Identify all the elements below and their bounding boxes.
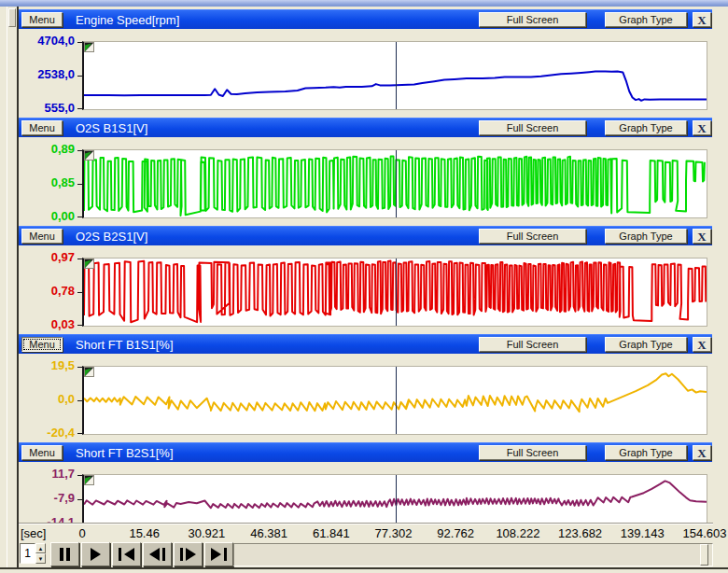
- axis-tick: [77, 292, 82, 293]
- axis-tick: [77, 42, 82, 43]
- play-button[interactable]: [81, 542, 110, 566]
- close-icon[interactable]: X: [693, 445, 711, 460]
- time-tick-label: 92.762: [437, 526, 474, 540]
- axis-tick: [77, 217, 82, 217]
- close-icon[interactable]: X: [693, 229, 711, 244]
- splitter-grip[interactable]: [8, 8, 16, 27]
- spinner-down-icon[interactable]: ▼: [35, 553, 46, 564]
- plot-area[interactable]: [82, 258, 707, 327]
- close-icon[interactable]: X: [693, 337, 711, 352]
- y-axis-mid-label: 0,78: [0, 285, 75, 298]
- axis-tick: [77, 108, 82, 109]
- graph-type-button[interactable]: Graph Type: [605, 12, 687, 27]
- plot-marker-icon[interactable]: [84, 367, 94, 377]
- panel-body: 19,5 0,0 -20,4: [19, 354, 712, 440]
- panel-titlebar: Menu O2S B1S1[V] Full Screen Graph Type …: [19, 118, 712, 137]
- panel-title: Short FT B1S1[%]: [76, 338, 479, 352]
- graph-type-button[interactable]: Graph Type: [605, 120, 687, 135]
- time-tick-label: 77.302: [375, 526, 413, 540]
- menu-button[interactable]: Menu: [21, 229, 63, 244]
- skip-end-button[interactable]: [204, 542, 233, 566]
- panel-title: O2S B1S1[V]: [76, 121, 479, 135]
- y-axis-min-label: 0,00: [0, 210, 75, 223]
- skip-start-icon: [124, 548, 134, 561]
- cursor-line: [396, 367, 397, 434]
- menu-button[interactable]: Menu: [21, 12, 63, 27]
- axis-tick: [77, 76, 82, 77]
- axis-tick: [77, 499, 82, 500]
- close-icon[interactable]: X: [693, 120, 711, 135]
- axis-tick: [77, 150, 82, 151]
- transport-bar: 1 ▲ ▼: [19, 541, 713, 567]
- y-axis-mid-label: -7,9: [0, 492, 75, 505]
- step-back-button[interactable]: [143, 542, 172, 566]
- panel-titlebar: Menu Short FT B1S1[%] Full Screen Graph …: [19, 334, 712, 354]
- close-icon[interactable]: X: [693, 12, 711, 27]
- axis-tick: [77, 325, 82, 326]
- menu-button[interactable]: Menu: [21, 120, 63, 135]
- graph-type-button[interactable]: Graph Type: [605, 229, 687, 244]
- plot-area[interactable]: [82, 149, 707, 218]
- spinner-value[interactable]: 1: [20, 543, 35, 564]
- time-tick-label: 154.603: [683, 526, 727, 540]
- plot-marker-icon[interactable]: [84, 259, 94, 269]
- plot-marker-icon[interactable]: [84, 475, 94, 485]
- step-forward-button[interactable]: [174, 542, 203, 566]
- time-axis: [sec] 015.4630.92146.38161.84177.30292.7…: [19, 523, 713, 541]
- graph-type-button[interactable]: Graph Type: [605, 445, 687, 460]
- spinner-up-icon[interactable]: ▲: [35, 543, 46, 553]
- graph-panel: Menu Engine Speed[rpm] Full Screen Graph…: [19, 9, 712, 115]
- full-screen-button[interactable]: Full Screen: [479, 337, 586, 352]
- time-tick-label: 30.921: [189, 526, 226, 540]
- cursor-line: [396, 475, 397, 524]
- graph-panel: Menu O2S B1S1[V] Full Screen Graph Type …: [19, 118, 712, 223]
- y-axis-mid-label: 0,0: [0, 393, 75, 406]
- panel-title: Short FT B2S1[%]: [76, 446, 479, 460]
- step-back-icon: [149, 548, 160, 561]
- plot-area[interactable]: [82, 366, 707, 435]
- skip-start-button[interactable]: [112, 542, 141, 566]
- play-icon: [91, 548, 101, 561]
- plot-area[interactable]: [82, 41, 707, 110]
- time-tick-label: 61.841: [313, 526, 350, 540]
- y-axis-min-label: 0,03: [0, 318, 75, 331]
- full-screen-button[interactable]: Full Screen: [479, 12, 586, 27]
- y-axis-max-label: 0,97: [0, 251, 75, 264]
- axis-tick: [77, 400, 82, 401]
- menu-button[interactable]: Menu: [21, 445, 63, 460]
- full-screen-button[interactable]: Full Screen: [479, 229, 586, 244]
- time-tick-label: 15.46: [129, 526, 160, 540]
- window-top-edge: [0, 0, 728, 7]
- time-tick-label: 139.143: [621, 526, 665, 540]
- plot-marker-icon[interactable]: [84, 150, 94, 161]
- full-screen-button[interactable]: Full Screen: [479, 445, 586, 460]
- step-forward-icon: [186, 548, 196, 561]
- panel-body: 0,97 0,78 0,03: [19, 245, 712, 331]
- panel-title: Engine Speed[rpm]: [76, 13, 479, 27]
- panel-body: 11,7 -7,9 -14,1: [19, 462, 712, 527]
- menu-button[interactable]: Menu: [21, 337, 63, 352]
- position-track[interactable]: [233, 543, 713, 566]
- panel-titlebar: Menu O2S B2S1[V] Full Screen Graph Type …: [19, 226, 712, 245]
- panel-body: 4704,0 2538,0 555,0: [19, 29, 712, 115]
- frame-spinner[interactable]: 1 ▲ ▼: [20, 543, 46, 564]
- time-tick-label: 123.682: [558, 526, 602, 540]
- y-axis-max-label: 11,7: [0, 468, 75, 481]
- cursor-line: [396, 150, 397, 217]
- axis-tick: [77, 433, 82, 434]
- plot-marker-icon[interactable]: [84, 42, 94, 52]
- skip-end-icon: [211, 548, 221, 561]
- graph-panel: Menu O2S B2S1[V] Full Screen Graph Type …: [19, 226, 712, 331]
- axis-tick: [77, 475, 82, 476]
- position-thumb[interactable]: [700, 544, 708, 566]
- full-screen-button[interactable]: Full Screen: [479, 120, 586, 135]
- window-bottom-edge: [0, 567, 728, 569]
- pause-icon: [60, 548, 63, 561]
- graph-type-button[interactable]: Graph Type: [605, 337, 687, 352]
- axis-tick: [77, 259, 82, 259]
- pause-button[interactable]: [50, 542, 79, 566]
- plot-area[interactable]: [82, 474, 707, 524]
- time-tick-label: 0: [78, 526, 85, 540]
- graph-panel: Menu Short FT B1S1[%] Full Screen Graph …: [19, 334, 712, 440]
- graph-panels: Menu Engine Speed[rpm] Full Screen Graph…: [19, 9, 712, 530]
